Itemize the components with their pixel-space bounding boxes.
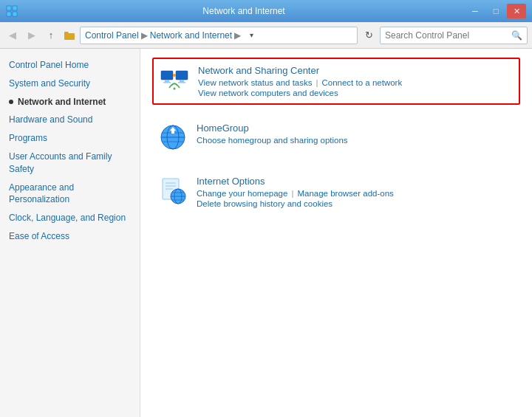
sidebar-label: System and Security bbox=[9, 77, 90, 90]
window-title: Network and Internet bbox=[22, 6, 466, 16]
sidebar-label: Ease of Access bbox=[9, 230, 69, 243]
svg-rect-2 bbox=[7, 12, 11, 16]
sidebar-label: Hardware and Sound bbox=[9, 114, 92, 126]
close-button[interactable]: ✕ bbox=[507, 4, 526, 18]
refresh-button[interactable]: ↻ bbox=[361, 27, 377, 44]
svg-rect-0 bbox=[7, 6, 11, 10]
address-path[interactable]: Control Panel ▶ Network and Internet ▶ ▾ bbox=[80, 27, 358, 44]
path-dropdown[interactable]: ▾ bbox=[243, 27, 259, 44]
svg-rect-8 bbox=[180, 80, 184, 82]
change-homepage-link[interactable]: Change your homepage bbox=[197, 189, 287, 198]
sidebar-item-appearance[interactable]: Appearance and Personalization bbox=[0, 179, 140, 210]
homegroup-panel: HomeGroup Choose homegroup and sharing o… bbox=[152, 117, 520, 158]
network-sharing-links: View network status and tasks | Connect … bbox=[198, 78, 402, 87]
sidebar-label: Control Panel Home bbox=[9, 59, 89, 72]
internet-options-panel: Internet Options Change your homepage | … bbox=[152, 170, 520, 214]
address-bar: ◀ ▶ ↑ Control Panel ▶ Network and Intern… bbox=[0, 22, 532, 49]
internet-options-links: Change your homepage | Manage browser ad… bbox=[197, 189, 394, 198]
view-computers-link[interactable]: View network computers and devices bbox=[198, 89, 402, 97]
sidebar-label: Programs bbox=[9, 132, 47, 145]
sidebar-item-ease-of-access[interactable]: Ease of Access bbox=[0, 227, 140, 246]
svg-rect-1 bbox=[13, 6, 17, 10]
network-sharing-text: Network and Sharing Center View network … bbox=[198, 65, 402, 97]
internet-options-title[interactable]: Internet Options bbox=[197, 176, 394, 187]
svg-rect-6 bbox=[163, 82, 171, 83]
sidebar-item-network-internet: Network and Internet bbox=[0, 93, 140, 111]
svg-rect-3 bbox=[13, 12, 17, 16]
sidebar-item-system-security[interactable]: System and Security bbox=[0, 75, 140, 93]
content-area: Network and Sharing Center View network … bbox=[140, 49, 532, 417]
homegroup-links: Choose homegroup and sharing options bbox=[197, 136, 348, 145]
choose-homegroup-link[interactable]: Choose homegroup and sharing options bbox=[197, 136, 348, 145]
minimize-button[interactable]: ─ bbox=[466, 4, 485, 18]
network-sharing-icon bbox=[160, 65, 189, 94]
internet-options-text: Internet Options Change your homepage | … bbox=[197, 176, 394, 208]
sidebar-item-hardware-sound[interactable]: Hardware and Sound bbox=[0, 111, 140, 129]
view-network-status-link[interactable]: View network status and tasks bbox=[198, 78, 312, 87]
svg-point-12 bbox=[174, 88, 176, 90]
homegroup-icon bbox=[158, 123, 188, 152]
svg-rect-9 bbox=[178, 82, 185, 83]
svg-rect-19 bbox=[171, 131, 174, 134]
back-button[interactable]: ◀ bbox=[4, 27, 21, 44]
sidebar-label: Clock, Language, and Region bbox=[9, 212, 126, 224]
folder-icon bbox=[64, 30, 75, 41]
svg-rect-4 bbox=[161, 71, 173, 80]
path-network-internet[interactable]: Network and Internet bbox=[150, 30, 232, 41]
app-icon bbox=[6, 5, 18, 17]
search-box[interactable]: 🔍 bbox=[380, 27, 528, 44]
title-bar: Network and Internet ─ □ ✕ bbox=[0, 0, 532, 22]
sidebar-item-programs[interactable]: Programs bbox=[0, 129, 140, 148]
active-bullet bbox=[9, 100, 13, 104]
forward-button[interactable]: ▶ bbox=[24, 27, 40, 44]
internet-options-icon bbox=[158, 176, 188, 205]
sidebar: Control Panel Home System and Security N… bbox=[0, 49, 140, 417]
svg-rect-7 bbox=[176, 71, 188, 80]
main-container: Control Panel Home System and Security N… bbox=[0, 49, 532, 417]
delete-history-link[interactable]: Delete browsing history and cookies bbox=[197, 199, 394, 208]
path-control-panel[interactable]: Control Panel bbox=[85, 30, 139, 41]
maximize-button[interactable]: □ bbox=[486, 4, 505, 18]
sidebar-label: User Accounts and Family Safety bbox=[9, 151, 131, 176]
sidebar-label: Appearance and Personalization bbox=[9, 182, 131, 207]
svg-rect-5 bbox=[165, 80, 169, 82]
sidebar-item-user-accounts[interactable]: User Accounts and Family Safety bbox=[0, 148, 140, 179]
manage-addons-link[interactable]: Manage browser add-ons bbox=[297, 189, 393, 198]
sidebar-item-control-panel-home[interactable]: Control Panel Home bbox=[0, 56, 140, 75]
up-button[interactable]: ↑ bbox=[43, 27, 59, 44]
network-sharing-center-panel: Network and Sharing Center View network … bbox=[152, 58, 520, 105]
window-controls: ─ □ ✕ bbox=[466, 4, 526, 18]
sidebar-label: Network and Internet bbox=[18, 96, 106, 108]
search-input[interactable] bbox=[385, 30, 508, 41]
homegroup-title[interactable]: HomeGroup bbox=[197, 123, 348, 134]
connect-to-network-link[interactable]: Connect to a network bbox=[321, 78, 402, 87]
homegroup-text: HomeGroup Choose homegroup and sharing o… bbox=[197, 123, 348, 145]
search-icon[interactable]: 🔍 bbox=[511, 30, 522, 41]
svg-point-11 bbox=[173, 74, 176, 77]
sidebar-item-clock-language[interactable]: Clock, Language, and Region bbox=[0, 209, 140, 227]
network-sharing-title[interactable]: Network and Sharing Center bbox=[198, 65, 402, 76]
